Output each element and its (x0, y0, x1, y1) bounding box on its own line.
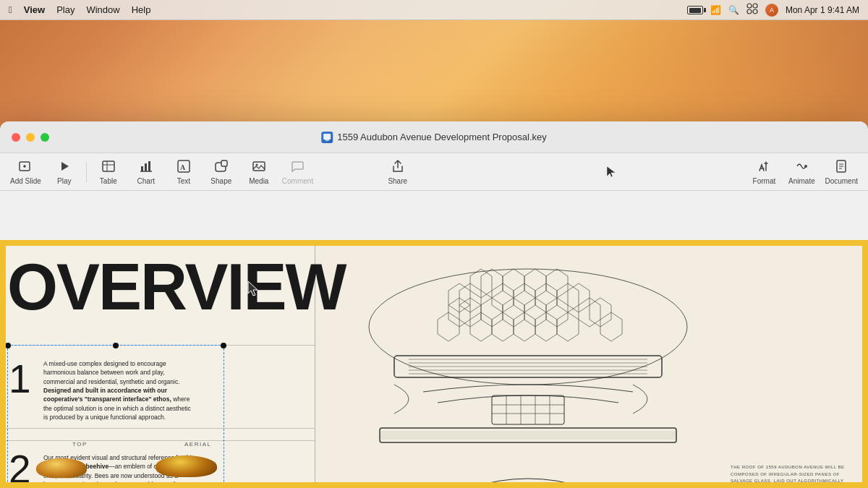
add-slide-button[interactable]: Add Slide (6, 156, 46, 188)
svg-point-24 (804, 165, 807, 168)
svg-rect-63 (492, 395, 564, 424)
apple-menu[interactable]:  (9, 4, 12, 15)
datetime-display: Mon Apr 1 9:41 AM (786, 5, 859, 15)
add-slide-label: Add Slide (10, 177, 41, 185)
app-name-menu[interactable]: View (24, 4, 45, 15)
format-icon (757, 159, 771, 176)
svg-rect-21 (221, 160, 227, 166)
table-button[interactable]: Table (90, 156, 127, 188)
label-aerial: AERIAL (184, 441, 211, 448)
svg-rect-14 (141, 166, 143, 171)
svg-text:A: A (180, 163, 186, 171)
svg-point-23 (255, 163, 258, 166)
caption-text: THE ROOF OF 1559 AUDUBON AVENUE WILL BE … (731, 464, 846, 488)
help-menu[interactable]: Help (132, 4, 151, 15)
svg-point-72 (383, 479, 673, 488)
shape-icon (214, 159, 229, 176)
handle-tl (5, 343, 11, 348)
wifi-icon: 📶 (710, 5, 721, 15)
window-menu[interactable]: Window (86, 4, 119, 15)
svg-point-2 (747, 9, 752, 14)
play-label: Play (57, 177, 71, 185)
h-rule-bottom (0, 440, 315, 441)
document-button[interactable]: Document (820, 156, 862, 188)
toolbar-separator-1 (86, 162, 87, 182)
beehive-illustration (336, 240, 720, 488)
share-label: Share (388, 177, 407, 185)
svg-point-3 (753, 9, 757, 14)
text-label: Text (177, 177, 190, 185)
illustration-area: THE ROOF OF 1559 AUDUBON AVENUE WILL BE … (315, 240, 868, 488)
text-button[interactable]: A Text (165, 156, 203, 188)
slide-area[interactable]: OVERVIEW 1 A mixed-use complex designed … (0, 240, 868, 488)
svg-rect-16 (148, 161, 150, 171)
table-icon (101, 159, 116, 176)
svg-rect-4 (323, 134, 331, 140)
svg-point-1 (753, 4, 757, 8)
menubar:  View Play Window Help 📶 🔍 A Mon Apr 1 … (0, 0, 868, 20)
keynote-window: 1559 Audubon Avenue Development Proposal… (0, 121, 868, 488)
media-label: Media (249, 177, 268, 185)
cursor-indicator (600, 165, 623, 179)
chart-icon (139, 159, 153, 176)
search-icon[interactable]: 🔍 (728, 5, 739, 15)
comment-label: Comment (282, 177, 313, 185)
minimize-button[interactable] (26, 133, 35, 142)
handle-tr (221, 343, 226, 348)
window-toolbar: Add Slide Play Table (0, 153, 868, 191)
window-title: 1559 Audubon Avenue Development Proposal… (321, 132, 547, 143)
close-button[interactable] (12, 133, 20, 142)
overview-title: OVERVIEW (7, 254, 345, 320)
battery-icon (687, 5, 703, 15)
chart-button[interactable]: Chart (127, 156, 165, 188)
window-titlebar: 1559 Audubon Avenue Development Proposal… (0, 121, 868, 153)
table-label: Table (100, 177, 117, 185)
maximize-button[interactable] (41, 133, 49, 142)
document-label: Document (825, 177, 858, 185)
slide-text-block-1: A mixed-use complex designed to encourag… (43, 359, 195, 421)
svg-rect-11 (103, 161, 114, 171)
text-block-1-content: A mixed-use complex designed to encourag… (43, 360, 191, 421)
label-top: TOP (72, 441, 88, 448)
handle-tm (113, 343, 119, 348)
media-icon (252, 159, 266, 176)
svg-point-29 (369, 269, 687, 385)
animate-button[interactable]: Animate (783, 156, 820, 188)
document-icon (834, 159, 848, 176)
control-center-icon[interactable] (746, 3, 758, 17)
svg-rect-5 (325, 140, 329, 141)
format-button[interactable]: Format (745, 156, 783, 188)
svg-point-0 (747, 4, 752, 8)
keynote-app-icon (321, 132, 333, 143)
caption-content: THE ROOF OF 1559 AUDUBON AVENUE WILL BE … (731, 465, 845, 488)
animate-icon (794, 159, 809, 176)
shape-button[interactable]: Shape (203, 156, 240, 188)
add-slide-icon (18, 159, 33, 176)
window-title-text: 1559 Audubon Avenue Development Proposal… (337, 132, 547, 142)
user-avatar: A (765, 4, 778, 17)
svg-rect-15 (145, 163, 147, 171)
svg-rect-71 (380, 431, 676, 440)
animate-label: Animate (788, 177, 815, 185)
slide-canvas: OVERVIEW 1 A mixed-use complex designed … (0, 240, 868, 488)
media-button[interactable]: Media (240, 156, 278, 188)
window-controls (12, 133, 49, 142)
menubar-left:  View Play Window Help (9, 4, 150, 15)
menubar-right: 📶 🔍 A Mon Apr 1 9:41 AM (687, 3, 859, 17)
comment-button[interactable]: Comment (278, 156, 318, 188)
format-label: Format (753, 177, 776, 185)
play-button[interactable]: Play (46, 156, 83, 188)
comment-icon (290, 159, 305, 176)
share-button[interactable]: Share (379, 156, 417, 188)
golden-disc-1 (36, 458, 87, 479)
svg-rect-6 (327, 140, 328, 141)
chart-label: Chart (137, 177, 155, 185)
share-icon (391, 159, 405, 176)
play-menu[interactable]: Play (56, 4, 75, 15)
slide-num-1: 1 (9, 359, 31, 399)
play-icon (57, 159, 72, 176)
svg-rect-22 (253, 162, 265, 171)
svg-marker-10 (61, 162, 69, 171)
golden-disc-2 (156, 455, 217, 477)
shape-label: Shape (210, 177, 231, 185)
